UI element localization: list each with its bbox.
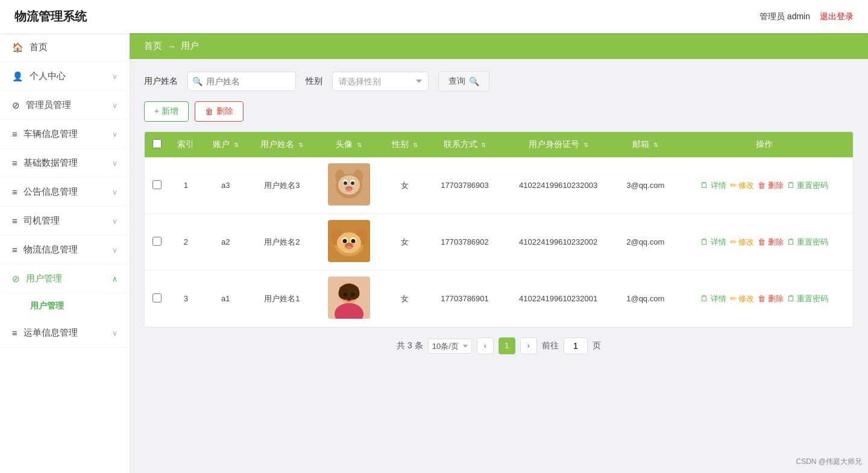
svg-point-8 xyxy=(351,181,354,185)
detail-link[interactable]: 🗒 详情 xyxy=(700,237,726,248)
cell-username: 用户姓名3 xyxy=(248,157,316,214)
cell-idcard: 410224199610232003 xyxy=(502,157,615,214)
table-row: 1 a3 用户姓名3 女 17703786903 410224199610232… xyxy=(145,157,853,214)
sidebar-label-personal: 个人中心 xyxy=(30,70,66,82)
delete-link[interactable]: 🗑 删除 xyxy=(758,180,784,191)
pagination: 共 3 条 10条/页 20条/页 50条/页 ‹ 1 › 前往 页 xyxy=(144,328,854,364)
logout-button[interactable]: 退出登录 xyxy=(820,11,854,22)
col-username[interactable]: 用户姓名 ⇅ xyxy=(248,132,316,157)
gender-select[interactable]: 请选择性别 男 女 xyxy=(332,72,429,91)
delete-link[interactable]: 🗑 删除 xyxy=(758,293,784,304)
col-avatar[interactable]: 头像 ⇅ xyxy=(316,132,382,157)
vehicle-icon: ≡ xyxy=(12,129,17,139)
admin-label: 管理员 admin xyxy=(760,11,810,22)
reset-pwd-link[interactable]: 🗒 重置密码 xyxy=(787,237,829,248)
cell-gender: 女 xyxy=(382,271,428,327)
home-icon: 🏠 xyxy=(12,42,24,53)
batch-delete-button[interactable]: 🗑 删除 xyxy=(195,101,244,122)
detail-link[interactable]: 🗒 详情 xyxy=(700,180,726,191)
row-checkbox-cell[interactable] xyxy=(145,214,169,271)
username-search-input[interactable] xyxy=(187,72,296,91)
row-checkbox[interactable] xyxy=(153,293,162,302)
reset-pwd-link[interactable]: 🗒 重置密码 xyxy=(787,180,829,191)
col-phone[interactable]: 联系方式 ⇅ xyxy=(428,132,502,157)
sidebar-item-driver-mgmt[interactable]: ≡ 司机管理 ∨ xyxy=(0,207,130,236)
logistics-icon: ≡ xyxy=(12,245,17,255)
col-idcard[interactable]: 用户身份证号 ⇅ xyxy=(502,132,615,157)
col-email[interactable]: 邮箱 ⇅ xyxy=(615,132,676,157)
footer-note: CSDN @伟庭大师兄 xyxy=(796,457,862,467)
select-all-cell[interactable] xyxy=(145,132,169,157)
cell-email: 1@qq.com xyxy=(615,271,676,327)
sidebar-label-basic-data: 基础数据管理 xyxy=(24,157,78,169)
search-button[interactable]: 查询 🔍 xyxy=(438,71,489,92)
svg-point-4 xyxy=(338,175,360,195)
chevron-down-icon: ∨ xyxy=(112,188,118,196)
col-account[interactable]: 账户 ⇅ xyxy=(203,132,248,157)
reset-pwd-link[interactable]: 🗒 重置密码 xyxy=(787,293,829,304)
sidebar-item-admin-mgmt[interactable]: ⊘ 管理员管理 ∨ xyxy=(0,91,130,120)
row-checkbox[interactable] xyxy=(153,237,162,246)
notice-icon: ≡ xyxy=(12,187,17,197)
sidebar-sub-item-user-mgmt[interactable]: 用户管理 xyxy=(0,293,130,319)
sidebar-item-home[interactable]: 🏠 首页 xyxy=(0,33,130,62)
edit-link[interactable]: ✏ 修改 xyxy=(730,237,755,248)
content-area: 首页 → 用户 用户姓名 🔍 性别 请选择性别 男 女 查询 xyxy=(130,33,868,473)
sidebar-sub-label-user-mgmt: 用户管理 xyxy=(30,301,64,310)
header: 物流管理系统 管理员 admin 退出登录 xyxy=(0,0,868,33)
add-button[interactable]: + 新增 xyxy=(144,101,189,122)
sidebar-item-basic-data[interactable]: ≡ 基础数据管理 ∨ xyxy=(0,149,130,178)
col-gender[interactable]: 性别 ⇅ xyxy=(382,132,428,157)
chevron-down-icon: ∨ xyxy=(112,329,118,337)
row-checkbox-cell[interactable] xyxy=(145,157,169,214)
prev-page-button[interactable]: ‹ xyxy=(477,337,494,354)
page-size-select[interactable]: 10条/页 20条/页 50条/页 xyxy=(428,339,472,354)
next-page-button[interactable]: › xyxy=(520,337,537,354)
cell-avatar xyxy=(316,214,382,271)
chevron-down-icon: ∨ xyxy=(112,130,118,139)
edit-link[interactable]: ✏ 修改 xyxy=(730,293,755,304)
cell-phone: 17703786902 xyxy=(428,214,502,271)
sidebar-item-user-mgmt[interactable]: ⊘ 用户管理 ∧ xyxy=(0,265,130,293)
cell-account: a2 xyxy=(203,214,248,271)
sidebar-item-notice-mgmt[interactable]: ≡ 公告信息管理 ∨ xyxy=(0,178,130,207)
sidebar-item-logistics-mgmt[interactable]: ≡ 物流信息管理 ∨ xyxy=(0,236,130,265)
username-search-label: 用户姓名 xyxy=(144,76,178,87)
batch-delete-label: 删除 xyxy=(216,106,233,117)
cell-phone: 17703786901 xyxy=(428,271,502,327)
row-checkbox[interactable] xyxy=(153,180,162,189)
cell-index: 1 xyxy=(169,157,203,214)
action-links: 🗒 详情 ✏ 修改 🗑 删除 🗒 重置密码 xyxy=(681,180,849,191)
gender-search-label: 性别 xyxy=(306,76,322,87)
chevron-down-icon: ∨ xyxy=(112,72,118,81)
chevron-down-icon: ∨ xyxy=(112,101,118,110)
sidebar-item-personal[interactable]: 👤 个人中心 ∨ xyxy=(0,62,130,91)
search-button-label: 查询 xyxy=(448,76,465,87)
cell-account: a1 xyxy=(203,271,248,327)
sidebar-item-order-mgmt[interactable]: ≡ 运单信息管理 ∨ xyxy=(0,319,130,348)
cell-actions: 🗒 详情 ✏ 修改 🗑 删除 🗒 重置密码 xyxy=(676,271,854,327)
cell-username: 用户姓名1 xyxy=(248,271,316,327)
cell-actions: 🗒 详情 ✏ 修改 🗑 删除 🗒 重置密码 xyxy=(676,157,854,214)
svg-point-27 xyxy=(351,293,354,296)
sidebar-item-vehicle-mgmt[interactable]: ≡ 车辆信息管理 ∨ xyxy=(0,120,130,149)
main-layout: 🏠 首页 👤 个人中心 ∨ ⊘ 管理员管理 ∨ ≡ 车辆信息管理 ∨ xyxy=(0,33,868,473)
svg-point-26 xyxy=(344,293,347,296)
edit-link[interactable]: ✏ 修改 xyxy=(730,180,755,191)
search-icon: 🔍 xyxy=(192,77,203,86)
row-checkbox-cell[interactable] xyxy=(145,271,169,327)
sidebar-label-driver: 司机管理 xyxy=(24,215,60,227)
cell-index: 2 xyxy=(169,214,203,271)
sidebar-label-home: 首页 xyxy=(30,42,48,53)
page-1-button[interactable]: 1 xyxy=(498,337,515,354)
select-all-checkbox[interactable] xyxy=(153,139,162,148)
total-count: 共 3 条 xyxy=(397,340,423,351)
delete-link[interactable]: 🗑 删除 xyxy=(758,237,784,248)
detail-link[interactable]: 🗒 详情 xyxy=(700,293,726,304)
table-row: 2 a2 用户姓名2 女 17703786902 410224199610232… xyxy=(145,214,853,271)
page-goto-input[interactable] xyxy=(564,337,588,354)
chevron-down-icon: ∨ xyxy=(112,246,118,254)
username-input-wrap: 🔍 xyxy=(187,72,296,91)
breadcrumb-home[interactable]: 首页 xyxy=(144,40,162,52)
admin-mgmt-icon: ⊘ xyxy=(12,100,20,111)
